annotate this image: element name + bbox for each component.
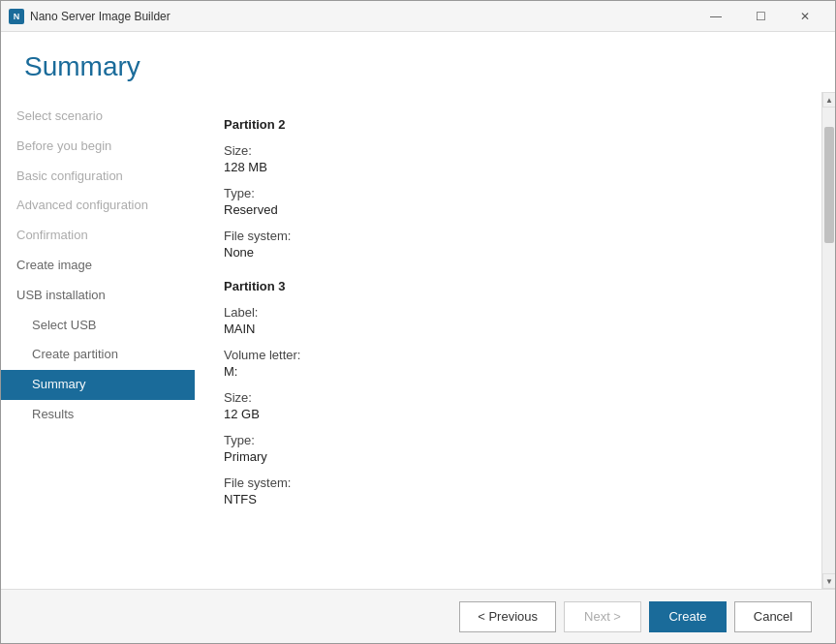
title-bar: N Nano Server Image Builder — ☐ ✕ — [1, 1, 835, 32]
partition3-type-label: Type: — [224, 433, 792, 447]
partition3-filesystem-value: NTFS — [224, 492, 792, 506]
close-button[interactable]: ✕ — [783, 1, 827, 32]
sidebar: Select scenario Before you begin Basic c… — [1, 92, 195, 589]
main-window: N Nano Server Image Builder — ☐ ✕ Summar… — [0, 0, 836, 644]
sidebar-item-confirmation: Confirmation — [1, 221, 195, 251]
sidebar-item-advanced-configuration: Advanced configuration — [1, 191, 195, 221]
partition3-volume-letter-value: M: — [224, 364, 792, 379]
sidebar-item-summary[interactable]: Summary — [1, 370, 195, 400]
content-area: Summary Select scenario Before you begin… — [1, 32, 835, 589]
sidebar-item-basic-configuration: Basic configuration — [1, 162, 195, 192]
maximize-button[interactable]: ☐ — [738, 1, 783, 32]
previous-button[interactable]: < Previous — [459, 601, 556, 632]
scrollbar-arrow-down[interactable]: ▼ — [822, 573, 835, 589]
partition2-filesystem-label: File system: — [224, 229, 792, 243]
partition3-label-label: Label: — [224, 305, 792, 320]
scrollbar-arrow-up[interactable]: ▲ — [822, 92, 835, 107]
scrollbar-track[interactable]: ▲ ▼ — [821, 92, 835, 589]
detail-panel: Partition 2 Size: 128 MB Type: Reserved … — [195, 92, 835, 589]
partition3-label-value: MAIN — [224, 322, 792, 336]
main-content: Select scenario Before you begin Basic c… — [1, 92, 835, 589]
partition3-volume-letter-label: Volume letter: — [224, 348, 792, 362]
partition3-heading: Partition 3 — [224, 279, 792, 293]
cancel-button[interactable]: Cancel — [734, 601, 812, 632]
partition2-type-value: Reserved — [224, 202, 792, 217]
sidebar-item-before-you-begin: Before you begin — [1, 132, 195, 162]
next-button[interactable]: Next > — [564, 601, 641, 632]
sidebar-item-create-partition[interactable]: Create partition — [1, 340, 195, 370]
app-icon: N — [9, 9, 24, 24]
scrollbar-thumb[interactable] — [824, 127, 834, 243]
partition2-heading: Partition 2 — [224, 117, 792, 132]
detail-scroll[interactable]: Partition 2 Size: 128 MB Type: Reserved … — [195, 92, 821, 589]
partition3-filesystem-label: File system: — [224, 475, 792, 490]
page-title: Summary — [1, 32, 835, 92]
sidebar-item-select-usb[interactable]: Select USB — [1, 311, 195, 341]
window-title: Nano Server Image Builder — [30, 10, 694, 23]
partition2-size-label: Size: — [224, 143, 792, 158]
partition3-size-value: 12 GB — [224, 407, 792, 421]
partition3-size-label: Size: — [224, 390, 792, 405]
footer: < Previous Next > Create Cancel — [1, 589, 835, 643]
sidebar-item-select-scenario: Select scenario — [1, 102, 195, 132]
sidebar-item-results[interactable]: Results — [1, 400, 195, 430]
sidebar-item-usb-installation[interactable]: USB installation — [1, 281, 195, 311]
window-controls: — ☐ ✕ — [694, 1, 827, 32]
create-button[interactable]: Create — [649, 601, 727, 632]
sidebar-item-create-image[interactable]: Create image — [1, 251, 195, 281]
partition2-size-value: 128 MB — [224, 160, 792, 174]
partition2-type-label: Type: — [224, 186, 792, 200]
partition2-filesystem-value: None — [224, 245, 792, 260]
minimize-button[interactable]: — — [694, 1, 738, 32]
partition3-type-value: Primary — [224, 449, 792, 464]
